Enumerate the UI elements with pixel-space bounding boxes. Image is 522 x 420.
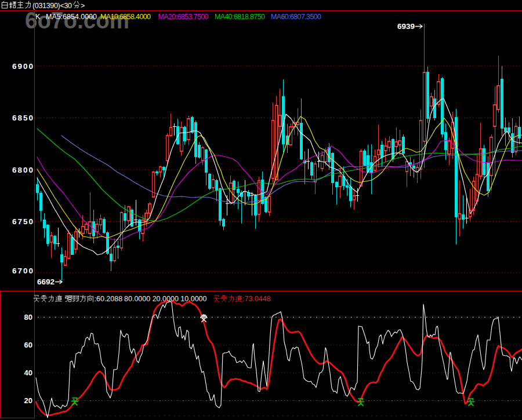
svg-text:60: 60 xyxy=(24,341,32,349)
svg-text::60.2088: :60.2088 xyxy=(95,295,123,303)
svg-text:80.0000 20.0000 10.0000: 80.0000 20.0000 10.0000 xyxy=(124,295,207,303)
svg-text:6750: 6750 xyxy=(12,217,33,226)
svg-text:20: 20 xyxy=(24,396,32,405)
svg-text:80: 80 xyxy=(24,313,32,322)
svg-text:6692: 6692 xyxy=(37,277,55,286)
svg-text:6800: 6800 xyxy=(12,166,33,174)
svg-text:KMA5:6854.0000MA10:6858.4000MA: KMA5:6854.0000MA10:6858.4000MA20:6853.75… xyxy=(35,13,321,21)
svg-text::73.0448: :73.0448 xyxy=(242,295,271,303)
svg-text:40: 40 xyxy=(24,368,32,377)
svg-text:6900: 6900 xyxy=(12,62,33,71)
svg-text:(031390)<30: (031390)<30 xyxy=(32,2,72,10)
svg-text:>: > xyxy=(81,2,85,10)
svg-text:6700: 6700 xyxy=(12,266,33,275)
svg-text:6939: 6939 xyxy=(397,22,415,31)
svg-text:6850: 6850 xyxy=(12,114,33,122)
